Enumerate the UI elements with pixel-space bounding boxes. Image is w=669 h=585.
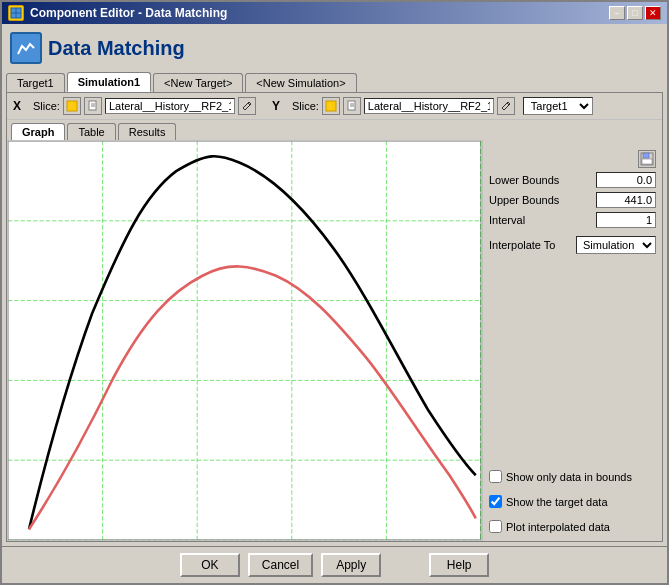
main-tabs: Target1 Simulation1 <New Target> <New Si… bbox=[6, 72, 663, 92]
bottom-buttons: OK Cancel Apply Help bbox=[2, 546, 667, 583]
x-slice-group: Slice: ⚡ bbox=[33, 97, 256, 115]
svg-text:⚡: ⚡ bbox=[326, 101, 336, 111]
cb2-row: Show the target data bbox=[489, 495, 656, 508]
interpolate-label: Interpolate To bbox=[489, 239, 555, 251]
plot-interpolated-checkbox[interactable] bbox=[489, 520, 502, 533]
ok-button[interactable]: OK bbox=[180, 553, 240, 577]
interval-row: Interval bbox=[489, 212, 656, 228]
cb3-row: Plot interpolated data bbox=[489, 520, 656, 533]
x-edit-icon[interactable] bbox=[238, 97, 256, 115]
tab-new-target[interactable]: <New Target> bbox=[153, 73, 243, 92]
lower-bounds-input[interactable] bbox=[596, 172, 656, 188]
target-select[interactable]: Target1 bbox=[523, 97, 593, 115]
xy-row: X Slice: ⚡ Y Slice: bbox=[7, 93, 662, 120]
y-edit-icon[interactable] bbox=[497, 97, 515, 115]
graph-canvas: Graph of Simulation1 vs Target1 2.010E5 … bbox=[7, 140, 482, 541]
sub-tab-graph[interactable]: Graph bbox=[11, 123, 65, 140]
main-window: Component Editor - Data Matching − □ ✕ D… bbox=[0, 0, 669, 585]
minimize-button[interactable]: − bbox=[609, 6, 625, 20]
tab-target1[interactable]: Target1 bbox=[6, 73, 65, 92]
x-slice-label: Slice: bbox=[33, 100, 60, 112]
tab-simulation1[interactable]: Simulation1 bbox=[67, 72, 151, 92]
header-icon bbox=[10, 32, 42, 64]
title-bar: Component Editor - Data Matching − □ ✕ bbox=[2, 2, 667, 24]
show-target-checkbox[interactable] bbox=[489, 495, 502, 508]
graph-svg bbox=[8, 141, 481, 540]
apply-button[interactable]: Apply bbox=[321, 553, 381, 577]
app-icon bbox=[8, 5, 24, 21]
sub-tab-table[interactable]: Table bbox=[67, 123, 115, 140]
maximize-button[interactable]: □ bbox=[627, 6, 643, 20]
x-file-icon1[interactable]: ⚡ bbox=[63, 97, 81, 115]
svg-rect-30 bbox=[642, 159, 652, 164]
tab-new-simulation[interactable]: <New Simulation> bbox=[245, 73, 356, 92]
sub-tab-results[interactable]: Results bbox=[118, 123, 177, 140]
sub-tabs: Graph Table Results bbox=[7, 120, 662, 140]
show-bounds-checkbox[interactable] bbox=[489, 470, 502, 483]
right-panel: Lower Bounds Upper Bounds Interval bbox=[482, 140, 662, 541]
upper-bounds-input[interactable] bbox=[596, 192, 656, 208]
upper-bounds-label: Upper Bounds bbox=[489, 194, 559, 206]
svg-text:⚡: ⚡ bbox=[67, 101, 77, 111]
interpolate-select[interactable]: Simulation Target bbox=[576, 236, 656, 254]
y-label: Y bbox=[272, 99, 284, 113]
y-slice-label: Slice: bbox=[292, 100, 319, 112]
cb1-row: Show only data in bounds bbox=[489, 470, 656, 483]
interpolate-row: Interpolate To Simulation Target bbox=[489, 236, 656, 254]
title-bar-left: Component Editor - Data Matching bbox=[8, 5, 227, 21]
x-label: X bbox=[13, 99, 25, 113]
x-file-icon2[interactable] bbox=[84, 97, 102, 115]
help-button[interactable]: Help bbox=[429, 553, 489, 577]
interval-label: Interval bbox=[489, 214, 525, 226]
close-button[interactable]: ✕ bbox=[645, 6, 661, 20]
sub-panel: Graph Table Results Graph of Simulation1… bbox=[7, 120, 662, 541]
main-panel: X Slice: ⚡ Y Slice: bbox=[6, 92, 663, 542]
interval-input[interactable] bbox=[596, 212, 656, 228]
title-bar-buttons: − □ ✕ bbox=[609, 6, 661, 20]
svg-rect-29 bbox=[643, 153, 649, 158]
header-section: Data Matching bbox=[6, 28, 663, 68]
x-file-input[interactable] bbox=[105, 98, 235, 114]
y-slice-group: Slice: ⚡ bbox=[292, 97, 515, 115]
graph-area: Graph of Simulation1 vs Target1 2.010E5 … bbox=[7, 140, 662, 541]
lower-bounds-label: Lower Bounds bbox=[489, 174, 559, 186]
cb3-label: Plot interpolated data bbox=[506, 521, 610, 533]
lower-bounds-row: Lower Bounds bbox=[489, 172, 656, 188]
y-file-icon2[interactable] bbox=[343, 97, 361, 115]
header-title: Data Matching bbox=[48, 37, 185, 60]
save-graph-button[interactable] bbox=[638, 150, 656, 168]
y-file-input[interactable] bbox=[364, 98, 494, 114]
content-area: Data Matching Target1 Simulation1 <New T… bbox=[2, 24, 667, 546]
cb1-label: Show only data in bounds bbox=[506, 471, 632, 483]
cb2-label: Show the target data bbox=[506, 496, 608, 508]
svg-rect-16 bbox=[8, 141, 481, 540]
window-title: Component Editor - Data Matching bbox=[30, 6, 227, 20]
upper-bounds-row: Upper Bounds bbox=[489, 192, 656, 208]
y-file-icon1[interactable]: ⚡ bbox=[322, 97, 340, 115]
cancel-button[interactable]: Cancel bbox=[248, 553, 313, 577]
